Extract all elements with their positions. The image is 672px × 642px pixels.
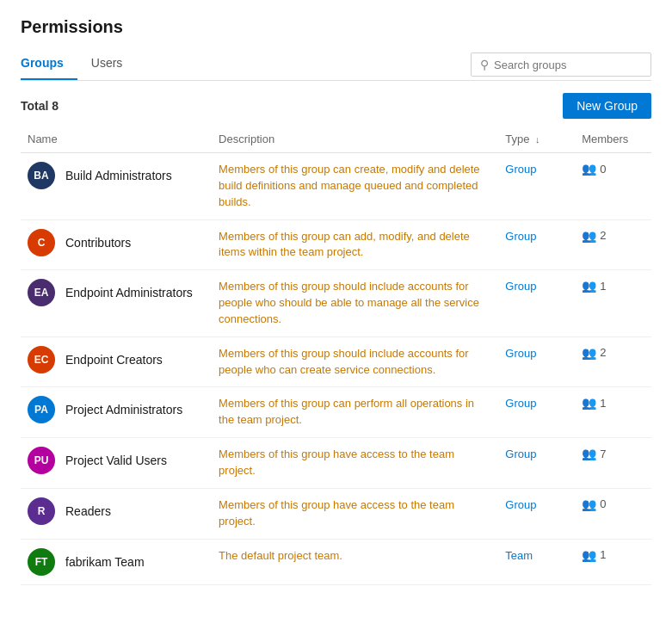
name-cell-3: EC Endpoint Creators — [21, 336, 212, 387]
type-cell-1: Group — [498, 219, 575, 270]
name-cell-6: R Readers — [21, 488, 212, 539]
members-cell-3: 👥 2 — [575, 336, 651, 387]
type-cell-2: Group — [498, 270, 575, 337]
members-cell-1: 👥 2 — [575, 219, 651, 270]
table-row[interactable]: C Contributors Members of this group can… — [21, 219, 651, 270]
description-cell-2: Members of this group should include acc… — [212, 270, 498, 337]
type-value-2: Group — [505, 280, 536, 293]
group-name-2: Endpoint Administrators — [65, 286, 193, 299]
avatar-7: FT — [28, 548, 55, 576]
description-text-7: The default project team. — [219, 549, 342, 562]
header-row: Groups Users ⚲ — [21, 49, 651, 81]
name-content-7: FT fabrikam Team — [28, 548, 205, 576]
type-value-4: Group — [505, 397, 536, 410]
description-cell-4: Members of this group can perform all op… — [212, 387, 498, 438]
members-count-3: 2 — [600, 346, 606, 359]
type-cell-0: Group — [498, 153, 575, 220]
avatar-3: EC — [28, 346, 55, 373]
members-content-1: 👥 2 — [582, 229, 644, 243]
avatar-6: R — [28, 497, 55, 525]
table-row[interactable]: PU Project Valid Users Members of this g… — [21, 438, 651, 489]
description-cell-1: Members of this group can add, modify, a… — [212, 219, 498, 270]
avatar-4: PA — [28, 396, 55, 423]
groups-table: Name Description Type ↓ Members BA Buil — [21, 127, 651, 585]
table-row[interactable]: R Readers Members of this group have acc… — [21, 488, 651, 539]
description-text-5: Members of this group have access to the… — [219, 448, 454, 477]
description-cell-7: The default project team. — [212, 539, 498, 584]
search-box: ⚲ — [471, 52, 651, 77]
search-input[interactable] — [494, 59, 642, 71]
group-name-1: Contributors — [65, 236, 131, 250]
members-count-0: 0 — [600, 163, 606, 176]
members-content-4: 👥 1 — [582, 396, 644, 410]
col-header-members: Members — [575, 127, 651, 153]
description-cell-6: Members of this group have access to the… — [212, 488, 498, 539]
members-content-5: 👥 7 — [582, 447, 644, 460]
name-content-2: EA Endpoint Administrators — [28, 279, 205, 306]
name-content-1: C Contributors — [28, 229, 205, 256]
members-count-2: 1 — [600, 280, 606, 293]
table-header-row: Name Description Type ↓ Members — [21, 127, 651, 153]
type-cell-4: Group — [498, 387, 575, 438]
members-count-4: 1 — [600, 397, 606, 410]
type-value-3: Group — [505, 347, 536, 360]
group-name-0: Build Administrators — [65, 169, 172, 182]
description-text-0: Members of this group can create, modify… — [219, 163, 480, 208]
description-text-2: Members of this group should include acc… — [219, 280, 479, 325]
table-row[interactable]: EC Endpoint Creators Members of this gro… — [21, 336, 651, 387]
type-value-0: Group — [505, 163, 536, 176]
name-content-5: PU Project Valid Users — [28, 447, 205, 474]
group-name-6: Readers — [65, 504, 111, 518]
members-cell-5: 👥 7 — [575, 438, 651, 489]
members-count-6: 0 — [600, 497, 606, 510]
toolbar: Total 8 New Group — [21, 81, 651, 127]
table-row[interactable]: FT fabrikam Team The default project tea… — [21, 539, 651, 584]
table-row[interactable]: PA Project Administrators Members of thi… — [21, 387, 651, 438]
tab-groups[interactable]: Groups — [21, 49, 77, 80]
group-name-7: fabrikam Team — [65, 555, 145, 569]
members-icon-6: 👥 — [582, 497, 596, 511]
members-cell-2: 👥 1 — [575, 270, 651, 337]
avatar-5: PU — [28, 447, 55, 474]
table-row[interactable]: BA Build Administrators Members of this … — [21, 153, 651, 220]
avatar-2: EA — [28, 279, 55, 306]
page-title: Permissions — [21, 17, 651, 37]
avatar-1: C — [28, 229, 55, 256]
members-count-7: 1 — [600, 548, 606, 561]
members-cell-6: 👥 0 — [575, 488, 651, 539]
col-header-type[interactable]: Type ↓ — [498, 127, 575, 153]
table-row[interactable]: EA Endpoint Administrators Members of th… — [21, 270, 651, 337]
total-label: Total 8 — [21, 99, 59, 113]
members-content-3: 👥 2 — [582, 346, 644, 360]
members-icon-2: 👥 — [582, 279, 596, 293]
type-value-1: Group — [505, 230, 536, 243]
tab-users[interactable]: Users — [91, 49, 137, 80]
members-count-5: 7 — [600, 448, 606, 460]
name-cell-5: PU Project Valid Users — [21, 438, 212, 489]
name-cell-2: EA Endpoint Administrators — [21, 270, 212, 337]
members-icon-4: 👥 — [582, 396, 596, 410]
name-content-0: BA Build Administrators — [28, 162, 205, 189]
avatar-0: BA — [28, 162, 55, 189]
type-cell-5: Group — [498, 438, 575, 489]
group-name-4: Project Administrators — [65, 403, 182, 417]
type-value-7: Team — [505, 549, 533, 562]
members-content-6: 👥 0 — [582, 497, 644, 511]
description-cell-0: Members of this group can create, modify… — [212, 153, 498, 220]
members-content-2: 👥 1 — [582, 279, 644, 293]
name-cell-1: C Contributors — [21, 219, 212, 270]
members-icon-7: 👥 — [582, 548, 596, 562]
type-cell-6: Group — [498, 488, 575, 539]
members-content-0: 👥 0 — [582, 162, 644, 176]
members-content-7: 👥 1 — [582, 548, 644, 562]
description-text-3: Members of this group should include acc… — [219, 347, 469, 376]
description-text-4: Members of this group can perform all op… — [219, 397, 474, 426]
name-cell-4: PA Project Administrators — [21, 387, 212, 438]
name-content-4: PA Project Administrators — [28, 396, 205, 423]
page-container: Permissions Groups Users ⚲ Total 8 New G… — [0, 0, 672, 642]
description-cell-5: Members of this group have access to the… — [212, 438, 498, 489]
name-cell-0: BA Build Administrators — [21, 153, 212, 220]
col-header-name: Name — [21, 127, 212, 153]
new-group-button[interactable]: New Group — [563, 93, 651, 119]
group-name-5: Project Valid Users — [65, 454, 167, 467]
